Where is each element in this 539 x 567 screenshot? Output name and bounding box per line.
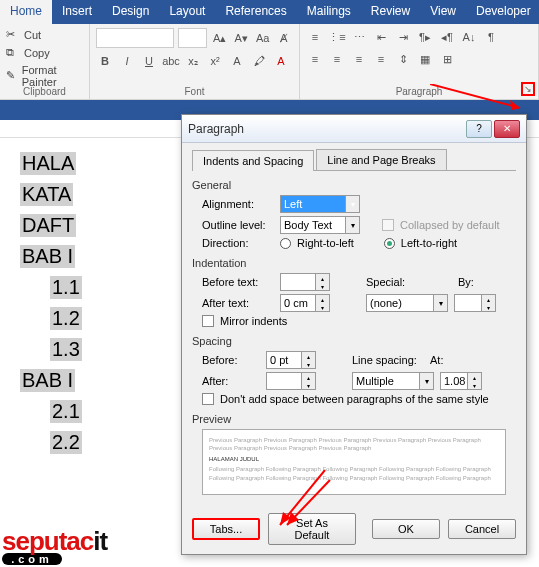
bullets-button[interactable]: ≡ <box>306 28 324 46</box>
after-text-label: After text: <box>202 297 274 309</box>
tab-design[interactable]: Design <box>102 0 159 24</box>
doc-text[interactable]: 1.1 <box>50 276 82 299</box>
ltr-button[interactable]: ¶▸ <box>416 28 434 46</box>
font-size-combo[interactable] <box>178 28 207 48</box>
line-spacing-button[interactable]: ⇕ <box>394 50 412 68</box>
doc-text[interactable]: DAFT <box>20 214 76 237</box>
change-case-button[interactable]: Aa <box>254 29 272 47</box>
watermark-logo: seputacit .com <box>2 526 107 565</box>
set-default-button[interactable]: Set As Default <box>268 513 356 545</box>
dialog-titlebar[interactable]: Paragraph ? ✕ <box>182 115 526 143</box>
italic-button[interactable]: I <box>118 52 136 70</box>
cut-button[interactable]: ✂Cut <box>6 26 83 44</box>
brush-icon: ✎ <box>6 69 18 83</box>
no-space-label: Don't add space between paragraphs of th… <box>220 393 489 405</box>
cancel-button[interactable]: Cancel <box>448 519 516 539</box>
rtl-radio[interactable] <box>280 238 291 249</box>
line-spacing-combo[interactable]: Multiple▾ <box>352 372 434 390</box>
bold-button[interactable]: B <box>96 52 114 70</box>
doc-text[interactable]: BAB I <box>20 369 75 392</box>
line-spacing-label: Line spacing: <box>352 354 424 366</box>
by-spin[interactable]: ▴▾ <box>454 294 496 312</box>
doc-text[interactable]: 1.3 <box>50 338 82 361</box>
tab-view[interactable]: View <box>420 0 466 24</box>
shading-button[interactable]: ▦ <box>416 50 434 68</box>
mirror-label: Mirror indents <box>220 315 287 327</box>
chevron-down-icon: ▾ <box>345 217 359 233</box>
copy-button[interactable]: ⧉Copy <box>6 44 83 62</box>
chevron-down-icon: ▾ <box>345 196 359 212</box>
tab-developer[interactable]: Developer <box>466 0 539 24</box>
copy-icon: ⧉ <box>6 46 20 60</box>
tab-insert[interactable]: Insert <box>52 0 102 24</box>
ribbon: ✂Cut ⧉Copy ✎Format Painter Clipboard A▴ … <box>0 24 539 100</box>
doc-text[interactable]: HALA <box>20 152 76 175</box>
doc-text[interactable]: BAB I <box>20 245 75 268</box>
alignment-combo[interactable]: Left▾ <box>280 195 360 213</box>
help-button[interactable]: ? <box>466 120 492 138</box>
shrink-font-button[interactable]: A▾ <box>232 29 250 47</box>
doc-text[interactable]: 2.1 <box>50 400 82 423</box>
font-color-button[interactable]: A <box>272 52 290 70</box>
ltr-radio[interactable] <box>384 238 395 249</box>
section-preview: Preview <box>192 413 516 425</box>
tab-review[interactable]: Review <box>361 0 420 24</box>
group-label: Clipboard <box>0 86 89 97</box>
tab-mailings[interactable]: Mailings <box>297 0 361 24</box>
before-text-spin[interactable]: ▴▾ <box>280 273 330 291</box>
text-effects-button[interactable]: A <box>228 52 246 70</box>
tab-home[interactable]: Home <box>0 0 52 24</box>
mirror-checkbox[interactable] <box>202 315 214 327</box>
ok-button[interactable]: OK <box>372 519 440 539</box>
after-text-spin[interactable]: 0 cm▴▾ <box>280 294 330 312</box>
align-center-button[interactable]: ≡ <box>328 50 346 68</box>
grow-font-button[interactable]: A▴ <box>211 29 229 47</box>
show-marks-button[interactable]: ¶ <box>482 28 500 46</box>
decrease-indent-button[interactable]: ⇤ <box>372 28 390 46</box>
section-general: General <box>192 179 516 191</box>
clear-format-button[interactable]: A̸ <box>275 29 293 47</box>
sort-button[interactable]: A↓ <box>460 28 478 46</box>
borders-button[interactable]: ⊞ <box>438 50 456 68</box>
section-spacing: Spacing <box>192 335 516 347</box>
tab-references[interactable]: References <box>215 0 296 24</box>
alignment-label: Alignment: <box>202 198 274 210</box>
align-right-button[interactable]: ≡ <box>350 50 368 68</box>
doc-text[interactable]: 1.2 <box>50 307 82 330</box>
at-label: At: <box>430 354 460 366</box>
font-name-combo[interactable] <box>96 28 174 48</box>
multilevel-button[interactable]: ⋯ <box>350 28 368 46</box>
at-spin[interactable]: 1.08▴▾ <box>440 372 482 390</box>
increase-indent-button[interactable]: ⇥ <box>394 28 412 46</box>
group-label: Font <box>90 86 299 97</box>
no-space-checkbox[interactable] <box>202 393 214 405</box>
strike-button[interactable]: abc <box>162 52 180 70</box>
subscript-button[interactable]: x₂ <box>184 52 202 70</box>
doc-text[interactable]: KATA <box>20 183 73 206</box>
spacing-before-label: Before: <box>202 354 260 366</box>
chevron-down-icon: ▾ <box>419 373 433 389</box>
highlight-button[interactable]: 🖍 <box>250 52 268 70</box>
spacing-before-spin[interactable]: 0 pt▴▾ <box>266 351 316 369</box>
superscript-button[interactable]: x² <box>206 52 224 70</box>
section-indentation: Indentation <box>192 257 516 269</box>
spacing-after-spin[interactable]: ▴▾ <box>266 372 316 390</box>
numbering-button[interactable]: ⋮≡ <box>328 28 346 46</box>
tabs-button[interactable]: Tabs... <box>192 518 260 540</box>
doc-text[interactable]: 2.2 <box>50 431 82 454</box>
rtl-button[interactable]: ◂¶ <box>438 28 456 46</box>
outline-label: Outline level: <box>202 219 274 231</box>
before-text-label: Before text: <box>202 276 274 288</box>
align-left-button[interactable]: ≡ <box>306 50 324 68</box>
special-combo[interactable]: (none)▾ <box>366 294 448 312</box>
tab-indents-spacing[interactable]: Indents and Spacing <box>192 150 314 171</box>
close-button[interactable]: ✕ <box>494 120 520 138</box>
tab-line-page-breaks[interactable]: Line and Page Breaks <box>316 149 446 170</box>
outline-combo[interactable]: Body Text▾ <box>280 216 360 234</box>
underline-button[interactable]: U <box>140 52 158 70</box>
tab-layout[interactable]: Layout <box>159 0 215 24</box>
dialog-title: Paragraph <box>188 122 466 136</box>
justify-button[interactable]: ≡ <box>372 50 390 68</box>
paragraph-dialog-launcher[interactable]: ↘ <box>521 82 535 96</box>
ltr-label: Left-to-right <box>401 237 457 249</box>
